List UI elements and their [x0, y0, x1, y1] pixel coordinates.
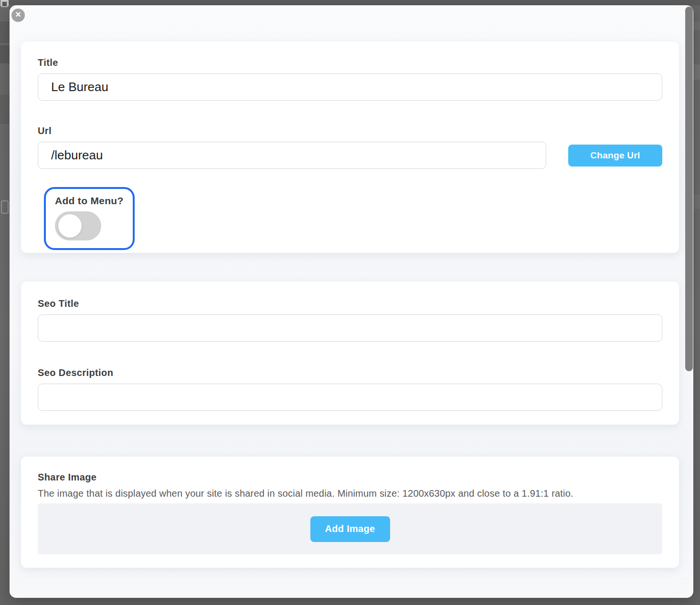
share-image-dropzone: Add Image	[38, 503, 662, 554]
title-label: Title	[38, 57, 662, 68]
url-input[interactable]	[38, 142, 546, 169]
seo-description-input[interactable]	[38, 384, 662, 411]
background-artifact	[693, 64, 700, 80]
toggle-knob	[58, 214, 82, 238]
general-settings-card: Title Url Change Url Add to Menu?	[21, 42, 679, 253]
window-layers-icon	[1, 1, 8, 7]
background-artifact	[693, 21, 700, 30]
change-url-button[interactable]: Change Url	[568, 145, 662, 167]
background-artifact	[0, 94, 10, 124]
background-artifact	[0, 21, 10, 43]
seo-card: Seo Title Seo Description	[21, 282, 679, 425]
add-image-button[interactable]: Add Image	[310, 516, 390, 542]
seo-title-label: Seo Title	[38, 298, 662, 309]
page-settings-modal: ✕ Title Url Change Url Add to Menu? Seo …	[10, 5, 693, 598]
url-row: Change Url	[38, 142, 662, 169]
scrollbar-thumb[interactable]	[685, 7, 693, 371]
share-image-card: Share Image The image that is displayed …	[21, 457, 679, 568]
add-to-menu-label: Add to Menu?	[55, 195, 124, 207]
url-label: Url	[38, 125, 662, 136]
seo-description-label: Seo Description	[38, 367, 662, 378]
background-top-band	[0, 0, 700, 5]
background-artifact	[0, 45, 10, 63]
title-input[interactable]	[38, 73, 662, 101]
background-artifact	[1, 200, 9, 214]
background-artifact	[693, 195, 700, 209]
share-image-description: The image that is displayed when your si…	[38, 488, 662, 499]
add-to-menu-toggle[interactable]	[55, 211, 101, 240]
add-to-menu-focus-box: Add to Menu?	[44, 187, 135, 250]
seo-title-input[interactable]	[38, 314, 662, 342]
close-button[interactable]: ✕	[11, 9, 25, 22]
close-icon: ✕	[15, 11, 21, 19]
share-image-heading: Share Image	[38, 472, 662, 483]
